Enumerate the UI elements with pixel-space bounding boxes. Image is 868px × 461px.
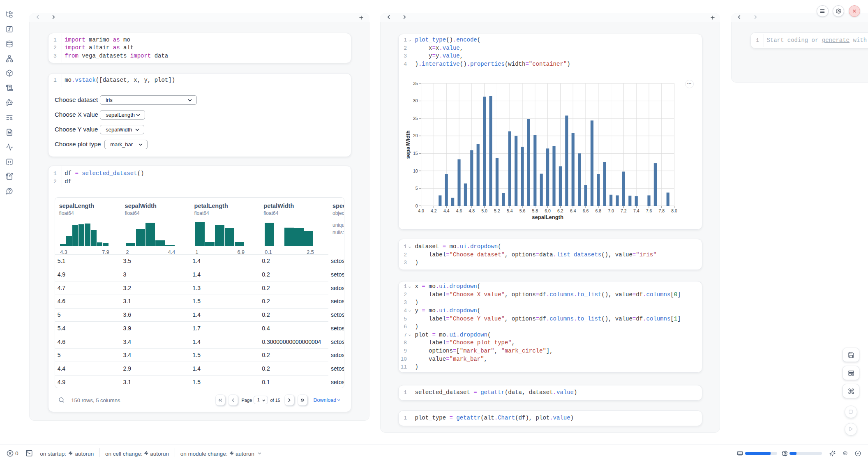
svg-text:7.8: 7.8: [658, 208, 665, 213]
svg-text:30: 30: [413, 98, 418, 103]
svg-text:15: 15: [413, 151, 418, 156]
svg-text:6.2: 6.2: [557, 208, 563, 213]
svg-text:20: 20: [413, 133, 418, 138]
svg-text:6.6: 6.6: [583, 208, 589, 213]
svg-text:7.0: 7.0: [608, 208, 614, 213]
svg-text:6.8: 6.8: [595, 208, 601, 213]
svg-text:4.6: 4.6: [456, 208, 462, 213]
svg-text:5.4: 5.4: [507, 208, 513, 213]
svg-text:5.2: 5.2: [494, 208, 500, 213]
svg-text:sepalLength: sepalLength: [532, 214, 563, 220]
svg-text:5: 5: [416, 186, 418, 191]
svg-text:0: 0: [416, 203, 418, 208]
svg-text:6.0: 6.0: [545, 208, 551, 213]
svg-text:4.2: 4.2: [431, 208, 437, 213]
svg-text:10: 10: [413, 168, 418, 173]
svg-text:8.0: 8.0: [671, 208, 677, 213]
svg-text:4.0: 4.0: [418, 208, 424, 213]
svg-text:5.8: 5.8: [532, 208, 538, 213]
svg-text:6.4: 6.4: [570, 208, 576, 213]
svg-text:5.0: 5.0: [481, 208, 487, 213]
svg-text:35: 35: [413, 81, 418, 86]
svg-text:sepalWidth: sepalWidth: [405, 130, 411, 159]
svg-text:7.6: 7.6: [646, 208, 652, 213]
svg-text:4.4: 4.4: [443, 208, 450, 213]
svg-text:7.4: 7.4: [633, 208, 639, 213]
svg-text:7.2: 7.2: [621, 208, 627, 213]
svg-text:5.6: 5.6: [519, 208, 526, 213]
svg-text:4.8: 4.8: [469, 208, 475, 213]
svg-text:25: 25: [413, 116, 418, 121]
